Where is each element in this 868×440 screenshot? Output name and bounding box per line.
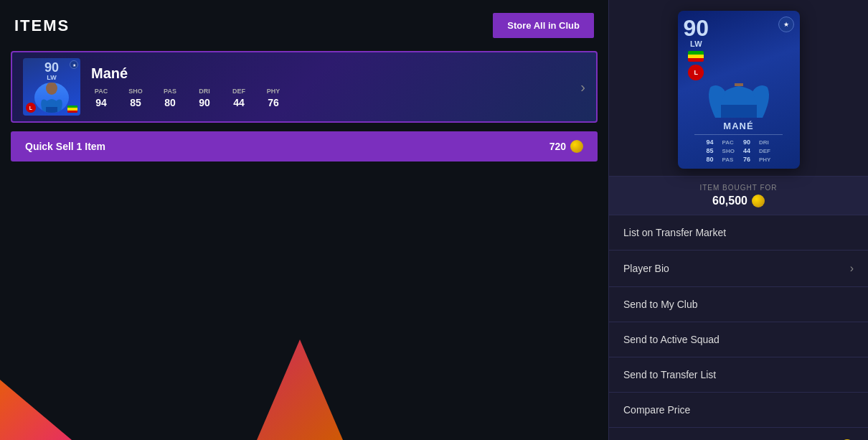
big-stat-lbl-phy: PHY [759, 156, 770, 163]
item-bought-section: ITEM BOUGHT FOR 60,500 [609, 176, 868, 215]
player-name: Mané [91, 65, 573, 82]
big-stat-phy: 76 PHY [743, 156, 770, 163]
big-card-rating: 90 [684, 17, 709, 39]
big-stat-col-right: 90 DRI 44 DEF 76 PHY [743, 139, 770, 163]
stat-phy: 76 [263, 97, 283, 108]
big-stat-val-pas: 80 [707, 156, 720, 163]
big-stat-pas: 80 PAS [707, 156, 735, 163]
stat-label-pas: PAS [160, 88, 180, 95]
coin-icon [570, 140, 583, 153]
stat-pac: 94 [91, 97, 111, 108]
action-send-active-squad-label: Send to Active Squad [623, 334, 720, 345]
card-position: LW [47, 74, 57, 81]
big-stat-sho: 85 SHO [707, 147, 735, 154]
card-rating: 90 [44, 61, 59, 74]
big-stat-lbl-sho: SHO [722, 148, 735, 154]
big-stat-lbl-def: DEF [759, 148, 770, 154]
stat-label-phy: PHY [263, 88, 283, 95]
big-nation-flag [688, 51, 704, 62]
stats-values: 94 85 80 90 44 76 [91, 97, 573, 108]
item-bought-amount: 60,500 [712, 195, 747, 207]
action-player-bio-label: Player Bio [623, 263, 669, 274]
big-stat-pac: 94 PAC [707, 139, 735, 146]
big-card-name: MANÉ [723, 121, 753, 131]
action-list-transfer-label: List on Transfer Market [623, 227, 726, 238]
deco-right [257, 340, 343, 440]
action-send-active-squad[interactable]: Send to Active Squad [609, 322, 868, 357]
player-image [34, 83, 69, 113]
big-club-badge: L [688, 65, 704, 80]
big-card-position: LW [690, 39, 702, 48]
player-card-mini: 90 LW L ★ [23, 58, 80, 116]
svg-point-0 [46, 83, 57, 95]
stat-sho: 85 [126, 97, 146, 108]
deco-left [0, 354, 72, 440]
big-card-stats: 94 PAC 85 SHO 80 PAS 90 DRI [684, 139, 794, 163]
left-panel: ITEMS Store All in Club 90 LW [0, 0, 608, 440]
player-info: Mané PAC SHO PAS DRI DEF PHY 94 85 80 90… [91, 65, 573, 108]
action-compare-price-label: Compare Price [623, 404, 690, 416]
quick-sell-label: Quick Sell 1 Item [25, 141, 105, 152]
store-all-button[interactable]: Store All in Club [493, 13, 594, 38]
big-stat-val-sho: 85 [707, 147, 720, 154]
big-stat-val-dri: 90 [743, 139, 756, 146]
stat-label-def: DEF [229, 88, 249, 95]
quick-sell-bar[interactable]: Quick Sell 1 Item 720 [11, 131, 598, 162]
stat-dri: 90 [194, 97, 214, 108]
big-stat-dri: 90 DRI [743, 139, 770, 146]
right-panel: 90 LW L ★ [608, 0, 868, 440]
action-send-transfer-list-label: Send to Transfer List [623, 369, 716, 380]
action-send-my-club[interactable]: Send to My Club [609, 287, 868, 322]
action-list-transfer-market[interactable]: List on Transfer Market [609, 215, 868, 251]
big-ucl-badge: ★ [778, 17, 794, 32]
big-player-card: 90 LW L ★ [678, 11, 800, 169]
item-bought-value: 60,500 [712, 195, 765, 207]
big-card-rating-section: 90 LW L [684, 17, 709, 80]
stat-label-dri: DRI [194, 88, 214, 95]
action-quick-sell[interactable]: Quick Sell 720 [609, 428, 868, 440]
row-chevron-icon: › [580, 79, 585, 95]
player-bio-chevron-icon: › [850, 262, 854, 275]
stat-label-sho: SHO [126, 88, 146, 95]
items-header: ITEMS Store All in Club [0, 0, 608, 51]
stat-label-pac: PAC [91, 88, 111, 95]
big-stat-lbl-pas: PAS [722, 156, 734, 163]
ucl-star-icon: ★ [72, 62, 76, 67]
action-send-transfer-list[interactable]: Send to Transfer List [609, 357, 868, 393]
big-stat-def: 44 DEF [743, 147, 770, 154]
big-stat-lbl-pac: PAC [722, 139, 734, 146]
big-card-top: 90 LW L ★ [684, 17, 794, 80]
big-card-container: 90 LW L ★ [609, 0, 868, 176]
player-row[interactable]: 90 LW L ★ [11, 51, 598, 123]
quick-sell-value: 720 [549, 140, 583, 153]
stat-def: 44 [229, 97, 249, 108]
ucl-badge: ★ [70, 60, 78, 69]
page-title: ITEMS [14, 17, 70, 35]
action-player-bio[interactable]: Player Bio › [609, 251, 868, 287]
action-send-my-club-label: Send to My Club [623, 299, 698, 310]
action-compare-price[interactable]: Compare Price [609, 393, 868, 428]
stats-labels: PAC SHO PAS DRI DEF PHY [91, 88, 573, 95]
big-stat-col-left: 94 PAC 85 SHO 80 PAS [707, 139, 735, 163]
item-bought-label: ITEM BOUGHT FOR [699, 184, 777, 192]
big-player-image [699, 83, 778, 118]
big-stat-val-def: 44 [743, 147, 756, 154]
svg-rect-2 [735, 83, 743, 86]
stat-pas: 80 [160, 97, 180, 108]
item-bought-coin-icon [752, 195, 765, 207]
quick-sell-amount: 720 [549, 141, 566, 152]
club-badge: L [26, 103, 36, 113]
big-stat-val-phy: 76 [743, 156, 756, 163]
nation-badge [67, 106, 77, 113]
action-menu: List on Transfer Market Player Bio › Sen… [609, 215, 868, 440]
big-stat-lbl-dri: DRI [759, 139, 769, 146]
big-stat-val-pac: 94 [707, 139, 720, 146]
